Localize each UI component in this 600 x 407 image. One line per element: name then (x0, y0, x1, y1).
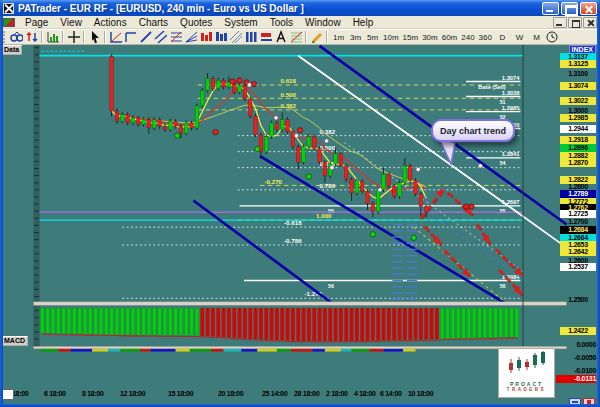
callout-tail (436, 138, 458, 166)
menu-item-charts[interactable]: Charts (133, 17, 174, 28)
chart-page-icon (3, 18, 15, 27)
macd-current-value: -0.0131 (556, 375, 596, 383)
menu-bar: PageViewActionsChartsQuotesSystemToolsWi… (0, 16, 600, 29)
menu-item-quotes[interactable]: Quotes (174, 17, 218, 28)
svg-text:-0.786: -0.786 (284, 237, 302, 244)
menu-item-help[interactable]: Help (347, 17, 380, 28)
macd-scale-label: -0.0100 (556, 367, 596, 375)
price-scale-label: 1.2725 (560, 210, 596, 218)
pointer-icon[interactable] (87, 30, 102, 44)
timeframe-d[interactable]: D (494, 31, 511, 44)
timeframe-15m[interactable]: 15m (401, 31, 421, 44)
bars-red-icon[interactable] (198, 30, 213, 44)
mdi-minimize-button[interactable] (553, 17, 567, 28)
svg-text:-0.270: -0.270 (264, 178, 282, 185)
menu-item-tools[interactable]: Tools (264, 17, 299, 28)
time-axis-label: 18:00 (12, 390, 28, 397)
svg-text:1.000: 1.000 (316, 212, 332, 219)
fib-grid-icon[interactable] (288, 30, 303, 44)
gann-fan-icon[interactable] (183, 30, 198, 44)
logo-text-2: TRADERS (499, 387, 554, 393)
maximize-button[interactable] (561, 2, 578, 15)
price-scale-label: 1.2684 (560, 226, 596, 234)
price-scale-label: 1.2789 (560, 190, 596, 198)
price-scale-label: 1.2537 (560, 263, 596, 271)
macd-scale-label: 0.0000 (556, 341, 596, 349)
timeframe-w[interactable]: W (511, 31, 528, 44)
price-scale-label: 1.2918 (560, 136, 596, 144)
session-clock-icon[interactable] (545, 30, 560, 44)
price-scale-label: 1.2700 (560, 218, 596, 226)
transfer-icon[interactable] (24, 30, 39, 44)
timeframe-m[interactable]: M (528, 31, 545, 44)
timeframe-30m[interactable]: 30m (420, 31, 440, 44)
minimize-button[interactable] (542, 2, 559, 15)
svg-text:1.2985: 1.2985 (502, 105, 520, 111)
window-border-left (0, 16, 3, 407)
block-tool-icon[interactable] (258, 30, 273, 44)
chart-histogram-icon[interactable] (45, 30, 60, 44)
corner-line-icon[interactable] (123, 30, 138, 44)
mdi-close-button[interactable] (583, 17, 597, 28)
time-axis-label: 8 18:00 (82, 390, 104, 397)
time-axis-label: 28 18:00 (294, 390, 319, 397)
timeframe-10m[interactable]: 10m (381, 31, 401, 44)
svg-text:0.500: 0.500 (320, 144, 336, 151)
svg-text:55: 55 (328, 208, 334, 214)
columns-tool-icon[interactable] (243, 30, 258, 44)
hatch-tool-icon[interactable] (228, 30, 243, 44)
svg-text:0.618: 0.618 (280, 77, 296, 84)
trend-callout: Day chart trend (431, 119, 515, 142)
timeframe-3m[interactable]: 3m (347, 31, 364, 44)
logo-candles (505, 351, 549, 377)
chart-area[interactable]: 0.6180.5000.3820.3820.5000.6180.786-0.27… (0, 45, 600, 404)
text-tool-icon[interactable] (273, 30, 288, 44)
app-window: PATrader - EUR RF - [EURUSD, 240 min - E… (0, 0, 600, 407)
timeframe-5m[interactable]: 5m (364, 31, 381, 44)
svg-text:Base (Sell): Base (Sell) (478, 84, 505, 90)
svg-text:-0.618: -0.618 (284, 219, 302, 226)
menu-item-page[interactable]: Page (19, 17, 54, 28)
pencil-icon[interactable] (309, 30, 324, 44)
crosshair-icon[interactable] (66, 30, 81, 44)
svg-text:1.3038: 1.3038 (502, 90, 520, 96)
price-scale-label: 1.3100 (560, 70, 596, 78)
menu-item-system[interactable]: System (218, 17, 263, 28)
timeframe-1m[interactable]: 1m (330, 31, 347, 44)
mdi-window-controls (553, 17, 600, 28)
toolbar-grip[interactable] (3, 31, 7, 43)
time-axis-label: 6 18:00 (44, 390, 66, 397)
svg-text:1.2697: 1.2697 (502, 199, 520, 205)
svg-text:0.786: 0.786 (320, 182, 336, 189)
close-button[interactable] (580, 2, 597, 15)
angle-tool-icon[interactable] (108, 30, 123, 44)
menu-item-window[interactable]: Window (299, 17, 347, 28)
menu-item-view[interactable]: View (54, 17, 88, 28)
trend-channel-icon[interactable] (153, 30, 168, 44)
data-pane-label: Data (1, 45, 22, 55)
bars-blue-icon[interactable] (213, 30, 228, 44)
macd-scale-label: -0.0050 (556, 354, 596, 362)
trend-slope-icon[interactable] (138, 30, 153, 44)
svg-text:-1.270: -1.270 (304, 290, 322, 297)
time-axis-label: 10 18:00 (408, 390, 433, 397)
time-axis-label: 15 18:00 (168, 390, 193, 397)
price-scale-label: 1.2422 (560, 327, 596, 335)
price-scale-label: 1.2896 (560, 144, 596, 152)
price-scale-label: 1.2944 (560, 125, 596, 133)
time-axis-label: 20 18:00 (218, 390, 243, 397)
timeframe-240[interactable]: 240 (459, 31, 476, 44)
menu-item-actions[interactable]: Actions (88, 17, 133, 28)
timeframe-60m[interactable]: 60m (440, 31, 460, 44)
time-axis-label: 25 14:00 (262, 390, 287, 397)
fib-retracement-icon[interactable] (168, 30, 183, 44)
mdi-restore-button[interactable] (568, 17, 582, 28)
binoculars-icon[interactable] (9, 30, 24, 44)
menu-items: PageViewActionsChartsQuotesSystemToolsWi… (19, 16, 379, 29)
timeframe-360[interactable]: 360 (477, 31, 494, 44)
svg-text:56: 56 (500, 283, 506, 289)
macd-pane-label: MACD (1, 336, 28, 346)
title-bar[interactable]: PATrader - EUR RF - [EURUSD, 240 min - E… (0, 0, 600, 16)
price-scale-label: 1.2642 (560, 248, 596, 256)
svg-text:0.382: 0.382 (280, 102, 296, 109)
